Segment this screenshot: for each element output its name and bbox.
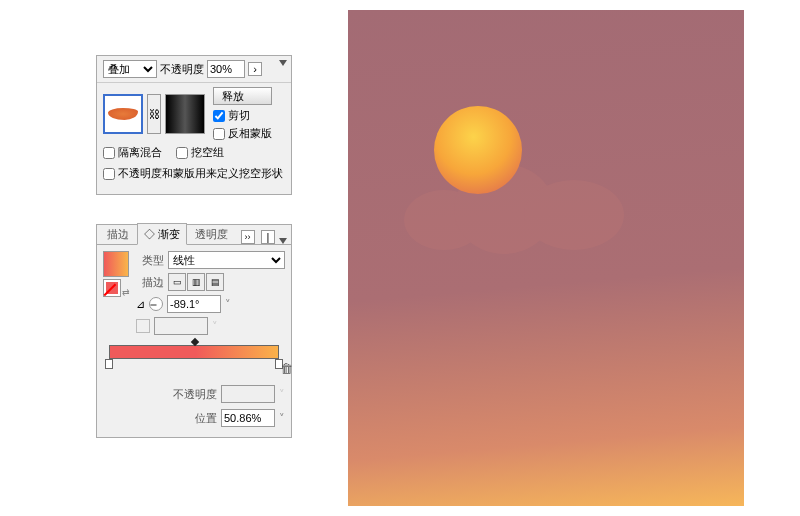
- tab-stroke[interactable]: 描边: [101, 224, 135, 244]
- artwork-thumbnail[interactable]: [103, 94, 143, 134]
- panel2-menu-icon[interactable]: [279, 238, 287, 244]
- sun-shape: [434, 106, 522, 194]
- angle-dial[interactable]: [149, 297, 163, 311]
- opacity-input[interactable]: [207, 60, 245, 78]
- gradient-panel: 描边 ◇ 渐变 透明度 ›› | ⇄ 类型 线性 描边: [96, 224, 292, 438]
- define-knockout-shape-checkbox[interactable]: 不透明度和蒙版用来定义挖空形状: [103, 166, 285, 181]
- aspect-input: [154, 317, 208, 335]
- aspect-dropdown-icon: ˅: [212, 320, 218, 333]
- location-dropdown-icon[interactable]: ˅: [279, 412, 285, 425]
- gradient-ramp[interactable]: 🗑: [109, 345, 279, 361]
- stop-opacity-label: 不透明度: [161, 387, 217, 402]
- location-label: 位置: [161, 411, 217, 426]
- panel-tabs: 描边 ◇ 渐变 透明度 ›› |: [97, 225, 291, 245]
- artboard: [348, 10, 744, 506]
- trash-icon[interactable]: 🗑: [280, 361, 293, 376]
- angle-input[interactable]: [167, 295, 221, 313]
- stop-opacity-input: [221, 385, 275, 403]
- blend-mode-select[interactable]: 叠加: [103, 60, 157, 78]
- angle-dropdown-icon[interactable]: ˅: [225, 298, 231, 311]
- gradient-swatch[interactable]: [103, 251, 129, 277]
- knockout-group-checkbox[interactable]: 挖空组: [176, 145, 224, 160]
- link-mask-icon[interactable]: ⛓: [147, 94, 161, 134]
- stroke-mode-1: ▭: [168, 273, 186, 291]
- tabs-menu-icon[interactable]: |: [261, 230, 275, 244]
- gradient-type-select[interactable]: 线性: [168, 251, 285, 269]
- isolate-blending-checkbox[interactable]: 隔离混合: [103, 145, 162, 160]
- stroke-mode-2: ▥: [187, 273, 205, 291]
- tab-gradient[interactable]: ◇ 渐变: [137, 223, 187, 245]
- mask-thumbnail[interactable]: [165, 94, 205, 134]
- fill-swatch[interactable]: [103, 279, 121, 297]
- release-button[interactable]: 释放: [213, 87, 272, 105]
- type-label: 类型: [136, 253, 164, 268]
- invert-mask-checkbox[interactable]: 反相蒙版: [213, 126, 272, 141]
- stop-opacity-dropdown-icon: ˅: [279, 388, 285, 401]
- tabs-scroll-icon[interactable]: ››: [241, 230, 255, 244]
- stroke-apply-label: 描边: [136, 275, 164, 290]
- location-input[interactable]: [221, 409, 275, 427]
- stroke-gradient-segmented: ▭ ▥ ▤: [168, 273, 224, 291]
- angle-icon: ⊿: [136, 298, 145, 311]
- gradient-stop-left[interactable]: [105, 359, 113, 369]
- transparency-panel: 叠加 不透明度 › ⛓ 释放 剪切 反相蒙版 隔离混合 挖空组 不透明度和蒙版用…: [96, 55, 292, 195]
- swap-icon[interactable]: ⇄: [122, 287, 130, 297]
- stroke-mode-3: ▤: [206, 273, 224, 291]
- opacity-label: 不透明度: [160, 62, 204, 77]
- clip-checkbox[interactable]: 剪切: [213, 108, 272, 123]
- panel-menu-icon[interactable]: [279, 60, 287, 66]
- aspect-icon: [136, 319, 150, 333]
- nav-next-icon[interactable]: ›: [248, 62, 262, 76]
- tab-transparency[interactable]: 透明度: [189, 224, 234, 244]
